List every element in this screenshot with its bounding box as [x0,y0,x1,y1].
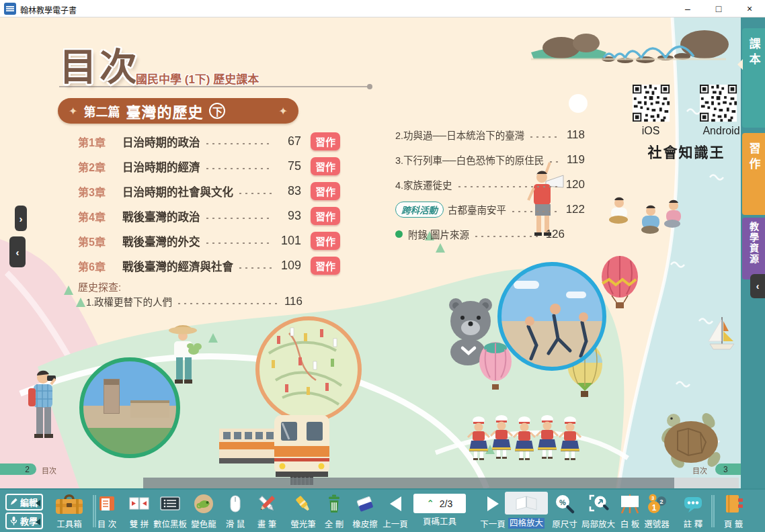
chapter-page-number: 83 [277,184,301,198]
volume-badge: 下 [209,103,225,119]
minimize-button[interactable]: – [678,1,698,16]
chapter-page-number: 67 [277,134,301,148]
dotted-leader [528,135,560,139]
chapter-row[interactable]: 第2章 日治時期的經濟 75 習作 [78,154,340,179]
workbook-badge[interactable]: 習作 [311,157,340,175]
prev-page-label: 上一頁 [378,517,413,530]
number-picker-button[interactable]: 321 選號器 [638,492,676,532]
workbook-badge[interactable]: 習作 [311,232,340,250]
maximize-button[interactable]: □ [709,1,729,16]
bottom-shade-bar [143,478,674,488]
right-page-label: 目次 [692,465,707,476]
page-tab-button[interactable]: 頁 籤 [717,492,750,532]
mouse-label: 滑 鼠 [218,517,253,530]
chapter-title: 日治時期的經濟 [122,159,200,175]
collapse-right-panel-button[interactable]: ‹ [750,274,765,298]
page-tool-label: 頁碼工具 [411,515,468,527]
toc-item-text: 2.功與過──日本統治下的臺灣 [395,128,524,142]
prev-page-button[interactable]: 上一頁 [378,492,413,532]
chapter-row[interactable]: 第4章 戰後臺灣的政治 93 習作 [78,204,340,228]
microphone-icon [9,517,18,526]
number-picker-label: 選號器 [638,517,676,530]
dotted-leader [176,302,278,306]
pen-button[interactable]: 畫 筆 [249,492,284,532]
chapter-row[interactable]: 第5章 戰後臺灣的外交 101 習作 [78,228,340,253]
bullet-dot-icon [395,230,403,238]
qr-code-ios [633,85,670,122]
chevron-left-icon [36,519,40,525]
right-page-number-pill: 3 [715,463,741,475]
expand-left-panel-button[interactable]: › [15,206,27,231]
workbook-badge[interactable]: 習作 [311,207,340,225]
tab-textbook[interactable]: 課本 [742,28,765,128]
quad-zoom-button[interactable]: 四格放大 [505,492,548,532]
chapter-title: 日治時期的社會與文化 [122,183,233,200]
close-button[interactable]: × [739,1,760,16]
chapter-row[interactable]: 第1章 日治時期的政治 67 習作 [78,129,340,154]
explore-heading: 歷史探查: [78,279,121,294]
pencil-icon [9,498,18,506]
chapter-page-number: 75 [277,159,301,173]
dotted-leader [510,210,559,214]
toolbar-toc-button[interactable]: 目 次 [88,492,126,532]
bookmark-folder-icon [717,492,750,516]
chapter-title: 戰後臺灣的政治 [122,208,200,224]
tab-workbook-label: 習作 [746,142,762,173]
toolbox-icon [50,492,89,516]
heritage-buildings-photo [79,357,180,458]
appendix-row[interactable]: 附錄 圖片來源 126 [395,222,565,247]
left-page-number-pill: 2 [0,463,36,475]
workbook-badge[interactable]: 習作 [311,257,340,275]
chapter-number: 第6章 [78,258,122,274]
window-titlebar: 翰林教學電子書 – □ × [0,0,765,17]
cross-activity-text: 古都臺南安平 [448,202,506,216]
chapter-number: 第5章 [78,233,122,249]
star-icon: ✦ [279,105,288,118]
page-indicator-value: 2/3 [440,498,452,509]
bottom-shade-bar-light [674,478,739,488]
chapter-title: 戰後臺灣的經濟與社會 [122,258,233,274]
edit-mode-button[interactable]: 編輯 [5,494,43,511]
pen-icon [249,492,284,516]
dotted-leader [548,160,560,164]
tab-teaching-resources[interactable]: 教學資源 [742,218,765,279]
numbered-balls-icon: 321 [638,492,676,516]
dotted-leader [237,191,273,195]
explore-item-text: 1.政權更替下的人們 [86,294,172,308]
map-illustration [257,318,360,420]
page-tab-label: 頁 籤 [717,517,750,530]
toc-item-row[interactable]: 3.下行列車──白色恐怖下的原住民 119 [395,147,585,172]
app-logo-icon [4,3,16,15]
mouse-mode-button[interactable]: 滑 鼠 [218,492,253,532]
toc-item-row[interactable]: 2.功與過──日本統治下的臺灣 118 [395,122,585,147]
toc-item-row[interactable]: 4.家族遷徙史 120 [395,172,585,197]
page-indicator-box[interactable]: ⌃ 2/3 [413,494,466,513]
toolbox-button[interactable]: 工具箱 [50,492,89,532]
cross-activity-badge: 跨科活動 [395,202,444,218]
annotation-button[interactable]: 註 釋 [676,492,710,532]
tab-teaching-resources-label: 教學資源 [747,222,760,265]
quad-zoom-label: 四格放大 [508,518,545,529]
workbook-badge[interactable]: 習作 [311,182,340,200]
cross-activity-row[interactable]: 跨科活動 古都臺南安平 122 [395,197,585,222]
workbook-badge[interactable]: 習作 [311,132,340,150]
collapse-left-panel-button[interactable]: ‹ [9,236,26,267]
tab-workbook[interactable]: 習作 [742,133,765,215]
svg-text:3: 3 [651,495,654,501]
pen-label: 畫 筆 [249,517,284,530]
chapter-row[interactable]: 第6章 戰後臺灣的經濟與社會 109 習作 [78,253,340,278]
appendix-page: 126 [546,228,565,241]
dotted-leader [237,266,273,270]
toc-label: 目 次 [88,517,126,530]
toc-item-page: 118 [567,128,585,142]
qr-code-android [700,85,737,122]
appendix-text: 附錄 圖片來源 [408,227,469,241]
active-tab-notch [737,59,743,70]
chapter-page-number: 109 [277,259,301,273]
teach-mode-button[interactable]: 教學 [5,513,43,529]
explore-item[interactable]: 1.政權更替下的人們 116 [86,294,303,308]
chapter-row[interactable]: 第3章 日治時期的社會與文化 83 習作 [78,179,340,204]
page-number-tool[interactable]: ⌃ 2/3 頁碼工具 [411,492,468,532]
sitting-group-illustration [609,197,681,234]
chapter-number: 第3章 [78,183,122,200]
